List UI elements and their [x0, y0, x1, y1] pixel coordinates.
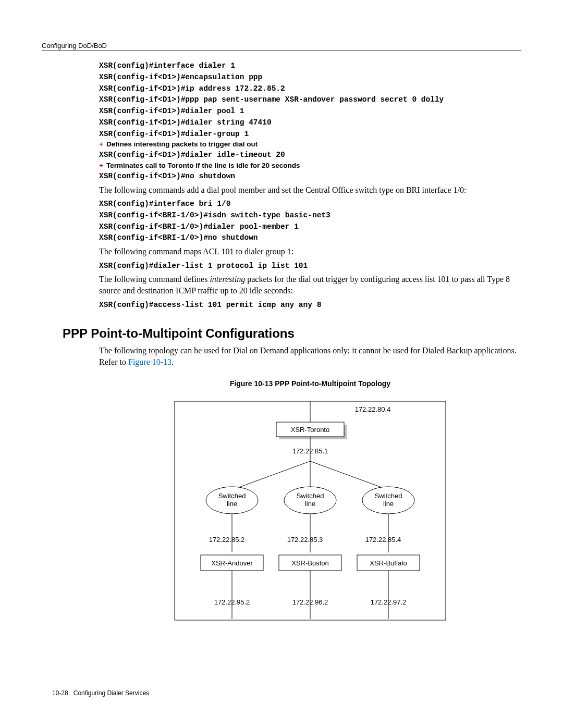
cli-block-2: XSR(config-if<D1>)#dialer idle-timeout 2… [99, 150, 521, 161]
cli-line: XSR(config-if<BRI-1/0>)#dialer pool-memb… [99, 223, 299, 231]
annotation-text: Defines interesting packets to trigger d… [106, 140, 258, 148]
svg-line-7 [310, 461, 388, 490]
cli-block-3: XSR(config-if<D1>)#no shutdown [99, 171, 521, 182]
cli-line: XSR(config)#dialer-list 1 protocol ip li… [99, 262, 308, 270]
header-rule [42, 51, 521, 51]
ip-label: 172.22.97.2 [371, 598, 407, 606]
cli-line: XSR(config-if<D1>)#ip address 172.22.85.… [99, 84, 285, 93]
switched-label: Switched [297, 492, 324, 500]
paragraph-2: The following command maps ACL 101 to di… [99, 246, 521, 257]
router-andover: XSR-Andover [211, 559, 253, 567]
switched-label: line [227, 500, 237, 508]
ip-label: 172.22.85.1 [292, 447, 328, 455]
annotation-2: +Terminates call to Toronto if the line … [99, 161, 521, 171]
page-number: 10-28 [52, 689, 68, 697]
router-toronto: XSR-Toronto [291, 426, 329, 434]
plus-icon: + [99, 162, 103, 169]
cli-line: XSR(config)#interface dialer 1 [99, 61, 235, 70]
switched-label: line [383, 500, 394, 508]
text-italic: interesting [210, 275, 245, 283]
annotation-1: +Defines interesting packets to trigger … [99, 140, 521, 150]
running-header: Configuring DoD/BoD [42, 42, 521, 50]
cli-line: XSR(config)#access-list 101 permit icmp … [99, 301, 321, 309]
paragraph-4: The following topology can be used for D… [99, 345, 521, 367]
switched-label: Switched [218, 492, 246, 500]
cli-line: XSR(config-if<D1>)#dialer idle-timeout 2… [99, 151, 285, 159]
cli-block-1: XSR(config)#interface dialer 1 XSR(confi… [99, 60, 521, 140]
page: Configuring DoD/BoD XSR(config)#interfac… [0, 0, 563, 728]
cli-line: XSR(config-if<D1>)#ppp pap sent-username… [99, 95, 444, 104]
footer-title: Configuring Dialer Services [74, 689, 149, 697]
cli-line: XSR(config-if<D1>)#dialer string 47410 [99, 118, 272, 127]
svg-line-5 [232, 461, 310, 490]
figure-10-13: 172.22.80.4 XSR-Toronto 172.22.85.1 Swit… [99, 396, 521, 627]
text-run: . [172, 357, 174, 366]
ip-label: 172.22.95.2 [214, 598, 250, 606]
cli-block-4: XSR(config)#interface bri 1/0 XSR(config… [99, 199, 521, 244]
cli-line: XSR(config-if<D1>)#encapsulation ppp [99, 73, 262, 81]
cli-line: XSR(config-if<BRI-1/0>)#isdn switch-type… [99, 211, 331, 219]
router-boston: XSR-Boston [291, 559, 329, 567]
cli-line: XSR(config-if<D1>)#dialer pool 1 [99, 107, 244, 115]
text-run: The following command defines [99, 275, 210, 283]
cli-line: XSR(config-if<BRI-1/0>)#no shutdown [99, 233, 258, 242]
switched-label: Switched [375, 492, 402, 500]
cli-line: XSR(config)#interface bri 1/0 [99, 200, 230, 208]
cli-line: XSR(config-if<D1>)#no shutdown [99, 172, 235, 180]
paragraph-1: The following commands add a dial pool m… [99, 184, 521, 196]
figure-link[interactable]: Figure 10-13 [128, 357, 172, 366]
ip-label: 172.22.85.4 [365, 536, 401, 544]
figure-caption: Figure 10-13 PPP Point-to-Multipoint Top… [99, 379, 521, 388]
ip-label: 172.22.85.2 [209, 536, 245, 544]
router-buffalo: XSR-Buffalo [370, 559, 407, 567]
ip-label: 172.22.85.3 [287, 536, 323, 544]
cli-line: XSR(config-if<D1>)#dialer-group 1 [99, 130, 249, 138]
cli-block-6: XSR(config)#access-list 101 permit icmp … [99, 300, 521, 311]
annotation-text: Terminates call to Toronto if the line i… [106, 162, 300, 169]
plus-icon: + [99, 140, 103, 148]
page-footer: 10-28 Configuring Dialer Services [52, 689, 149, 697]
ip-label: 172.22.96.2 [292, 598, 328, 606]
paragraph-3: The following command defines interestin… [99, 274, 521, 296]
switched-label: line [305, 500, 315, 508]
ip-label: 172.22.80.4 [355, 405, 391, 413]
cli-block-5: XSR(config)#dialer-list 1 protocol ip li… [99, 261, 521, 272]
section-heading: PPP Point-to-Multipoint Configurations [63, 326, 521, 341]
